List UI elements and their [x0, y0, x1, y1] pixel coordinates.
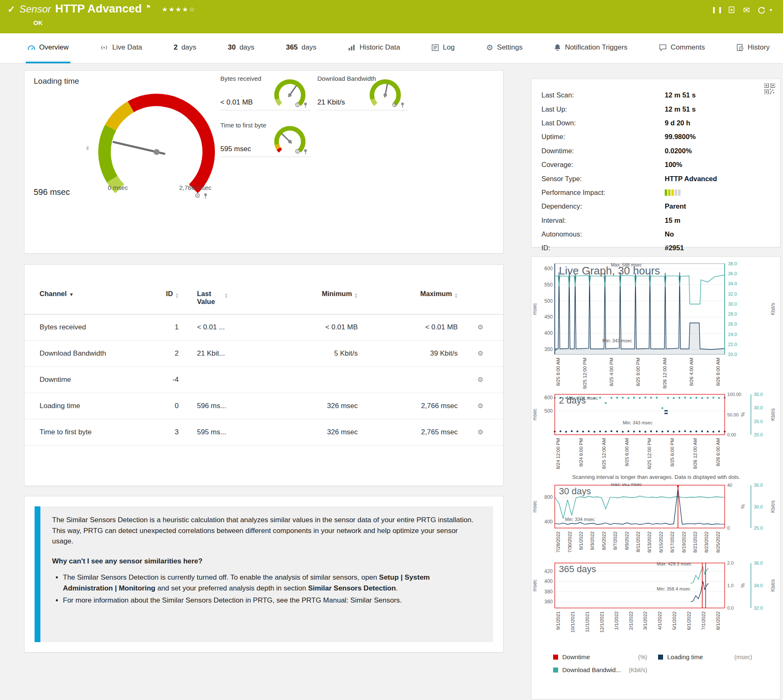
svg-text:Kbit/s: Kbit/s — [770, 500, 776, 513]
tab-2-days[interactable]: 2days — [172, 33, 198, 63]
bytes-received-value: < 0.01 MB — [220, 98, 253, 107]
gear-icon[interactable]: ⚙ — [294, 148, 300, 155]
table-row[interactable]: Loading time 0 596 ms... 326 msec 2,766 … — [25, 393, 503, 419]
column-header-maximum[interactable]: Maximum▲▼ — [358, 290, 458, 299]
svg-text:400: 400 — [544, 330, 553, 336]
svg-text:8/19/2022: 8/19/2022 — [681, 531, 686, 553]
svg-text:350: 350 — [544, 346, 553, 352]
svg-text:6/1/2022: 6/1/2022 — [686, 611, 691, 630]
tab-historic-data[interactable]: Historic Data — [346, 33, 401, 63]
sort-icon: ▲▼ — [354, 293, 358, 299]
loading-time-swatch — [658, 655, 663, 660]
svg-text:30.0: 30.0 — [728, 301, 737, 306]
table-row[interactable]: Download Bandwidth 2 21 Kbit... 5 Kbit/s… — [25, 341, 503, 367]
svg-text:365 days: 365 days — [559, 564, 596, 574]
gear-icon[interactable]: ⚙ — [195, 192, 200, 199]
svg-text:35.0: 35.0 — [754, 483, 763, 488]
legend-item-downtime: Downtime(%) — [553, 653, 658, 660]
svg-text:7/28/2022: 7/28/2022 — [556, 531, 561, 553]
svg-text:8/26 12:00 AM: 8/26 12:00 AM — [693, 438, 698, 469]
tab-notification-triggers[interactable]: Notification Triggers — [552, 33, 629, 63]
svg-text:26.0: 26.0 — [728, 321, 737, 326]
page-title: HTTP Advanced — [55, 2, 142, 15]
svg-text:36.0: 36.0 — [728, 271, 737, 276]
gear-icon[interactable]: ⚙ — [294, 102, 300, 108]
pin-icon[interactable] — [303, 102, 308, 108]
stat-row-performance-impact: Performance Impact: — [541, 186, 770, 199]
svg-text:32.0: 32.0 — [754, 605, 763, 610]
sort-desc-icon: ▼ — [69, 292, 74, 297]
pause-icon[interactable] — [713, 7, 721, 13]
channel-settings-gear-icon[interactable]: ⚙ — [477, 324, 483, 331]
svg-text:8/26 6:00 AM: 8/26 6:00 AM — [716, 438, 721, 466]
clone-icon[interactable] — [728, 6, 736, 14]
refresh-icon[interactable] — [758, 6, 766, 14]
svg-text:%: % — [740, 412, 746, 417]
pin-icon[interactable] — [203, 193, 208, 199]
channel-settings-gear-icon[interactable]: ⚙ — [477, 428, 483, 436]
similar-sensors-description: The Similar Sensors Detection is a heuri… — [52, 515, 481, 547]
download-bandwidth-value: 21 Kbit/s — [317, 98, 345, 107]
tab-live-data[interactable]: Live Data — [98, 33, 144, 63]
svg-text:7/30/2022: 7/30/2022 — [567, 531, 572, 553]
tab-30-days[interactable]: 30days — [226, 33, 256, 63]
column-header-channel[interactable]: Channel▼ — [25, 290, 150, 298]
app-header: ✓ Sensor HTTP Advanced ⚑ ★★★★☆ OK ✉ ▾ — [0, 0, 783, 33]
mail-icon[interactable]: ✉ — [743, 6, 750, 14]
svg-text:4/1/2022: 4/1/2022 — [657, 611, 662, 630]
svg-text:34.0: 34.0 — [754, 583, 763, 588]
column-header-minimum[interactable]: Minimum▲▼ — [262, 290, 358, 299]
main-gauge-value: 596 msec — [34, 187, 70, 197]
qr-code-icon[interactable] — [764, 83, 775, 94]
tab-history[interactable]: History — [735, 33, 771, 63]
svg-text:24.0: 24.0 — [728, 332, 737, 337]
tab-settings[interactable]: ⚙ Settings — [484, 33, 524, 63]
svg-text:2 days: 2 days — [559, 395, 586, 406]
tab-log[interactable]: Log — [430, 33, 456, 63]
live-graph-30-hours[interactable]: 600550500450400350msec38.036.034.032.030… — [531, 262, 780, 392]
svg-text:8/11/2022: 8/11/2022 — [636, 531, 641, 552]
svg-text:36.0: 36.0 — [754, 561, 763, 565]
channel-settings-gear-icon[interactable]: ⚙ — [477, 350, 483, 357]
priority-stars[interactable]: ★★★★☆ — [162, 5, 196, 13]
table-row[interactable]: Time to first byte 3 595 ms... 326 msec … — [25, 419, 503, 446]
graph-365-days[interactable]: 420400380360msec2.01.00.0%36.034.032.0Kb… — [531, 561, 780, 643]
svg-text:10/1/2021: 10/1/2021 — [570, 611, 575, 633]
svg-text:msec: msec — [532, 303, 538, 315]
svg-text:400: 400 — [544, 578, 553, 584]
flag-icon[interactable]: ⚑ — [146, 4, 151, 10]
tab-365-days[interactable]: 365days — [284, 33, 318, 63]
tab-comments[interactable]: Comments — [657, 33, 706, 63]
svg-text:8/1/2022: 8/1/2022 — [716, 611, 721, 630]
gear-icon[interactable]: ⚙ — [392, 102, 397, 108]
chevron-down-icon[interactable]: ▾ — [770, 7, 772, 13]
tab-overview[interactable]: Overview — [26, 33, 70, 63]
svg-text:8/15/2022: 8/15/2022 — [658, 531, 663, 553]
stat-row: Last Up:12 m 51 s — [541, 102, 770, 116]
svg-text:25.0: 25.0 — [754, 526, 763, 531]
svg-text:Min: 343 msec: Min: 343 msec — [602, 338, 632, 343]
download-bandwidth-swatch — [553, 668, 558, 673]
stat-row: Uptime:99.9800% — [541, 130, 770, 144]
object-kind: Sensor — [19, 3, 51, 15]
svg-text:800: 800 — [544, 494, 553, 500]
pin-icon[interactable] — [400, 102, 405, 108]
column-header-last-value[interactable]: Last Value▲▼ — [179, 290, 262, 306]
pin-icon[interactable] — [303, 149, 308, 155]
column-header-id[interactable]: ID▲▼ — [150, 290, 179, 299]
svg-text:30 days: 30 days — [559, 486, 591, 496]
graph-2-days[interactable]: 600500msec100.0050.000.00%35.030.025.020… — [531, 393, 780, 473]
similar-sensors-bullet: For more information about the Similar S… — [63, 595, 481, 606]
channel-settings-gear-icon[interactable]: ⚙ — [477, 402, 483, 409]
table-row[interactable]: Downtime -4 ⚙ — [25, 367, 503, 393]
table-row[interactable]: Bytes received 1 < 0.01 ... < 0.01 MB < … — [25, 314, 503, 341]
svg-text:msec: msec — [532, 580, 538, 592]
channel-settings-gear-icon[interactable]: ⚙ — [477, 376, 483, 383]
downtime-swatch — [553, 655, 558, 660]
svg-text:8/26 4:00 AM: 8/26 4:00 AM — [689, 358, 694, 386]
graph-30-days[interactable]: 800400msec400%35.030.025.0Kbit/s7/28/202… — [531, 483, 780, 560]
stat-row: Autonomous:No — [541, 227, 770, 241]
info-accent-bar — [35, 506, 40, 642]
svg-text:1/1/2022: 1/1/2022 — [614, 611, 619, 630]
svg-text:8/24 12:00 PM: 8/24 12:00 PM — [556, 438, 561, 469]
